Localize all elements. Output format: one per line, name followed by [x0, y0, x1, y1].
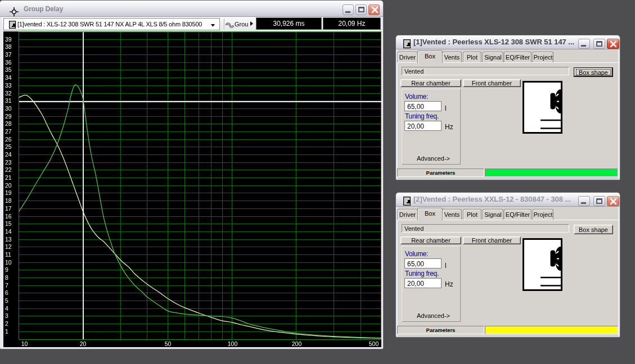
svg-text:21: 21: [5, 174, 12, 181]
svg-text:12: 12: [5, 243, 12, 250]
svg-text:31: 31: [5, 97, 12, 104]
svg-text:25: 25: [5, 143, 12, 150]
svg-text:36: 36: [5, 59, 12, 66]
svg-text:24: 24: [5, 151, 12, 158]
svg-text:4: 4: [5, 305, 8, 312]
svg-text:8: 8: [5, 274, 8, 281]
svg-text:5: 5: [5, 297, 8, 304]
svg-text:34: 34: [5, 74, 12, 81]
svg-text:1: 1: [5, 328, 8, 335]
svg-text:19: 19: [5, 189, 12, 196]
svg-text:29: 29: [5, 113, 12, 120]
svg-text:32: 32: [5, 90, 12, 97]
svg-text:20: 20: [79, 340, 86, 347]
svg-text:13: 13: [5, 236, 12, 243]
svg-text:35: 35: [5, 66, 12, 73]
svg-text:11: 11: [5, 251, 11, 258]
svg-text:50: 50: [164, 340, 171, 347]
svg-text:14: 14: [5, 228, 12, 235]
svg-text:23: 23: [5, 159, 12, 166]
svg-text:200: 200: [291, 340, 301, 347]
svg-text:37: 37: [5, 51, 12, 58]
svg-text:10: 10: [5, 259, 12, 266]
svg-text:22: 22: [5, 166, 12, 173]
svg-text:10: 10: [21, 340, 28, 347]
svg-text:27: 27: [5, 128, 12, 135]
svg-text:17: 17: [5, 205, 12, 212]
svg-text:500: 500: [368, 340, 379, 347]
svg-text:15: 15: [5, 220, 12, 227]
svg-text:3: 3: [5, 312, 8, 319]
svg-text:100: 100: [227, 340, 237, 347]
svg-text:30: 30: [5, 105, 12, 112]
svg-text:2: 2: [5, 320, 8, 327]
svg-text:6: 6: [5, 289, 8, 296]
svg-text:26: 26: [5, 136, 12, 143]
svg-text:16: 16: [5, 213, 12, 220]
svg-text:38: 38: [5, 43, 12, 50]
svg-text:33: 33: [5, 82, 12, 89]
svg-text:28: 28: [5, 120, 12, 127]
svg-text:18: 18: [5, 197, 12, 204]
svg-text:20: 20: [5, 182, 12, 189]
svg-text:7: 7: [5, 282, 8, 289]
svg-text:9: 9: [5, 266, 8, 273]
svg-text:39: 39: [5, 36, 12, 43]
